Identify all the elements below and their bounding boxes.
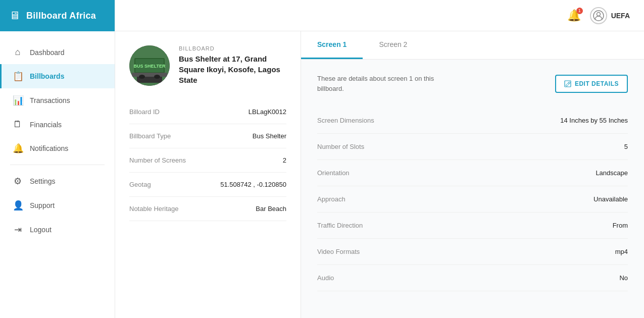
logout-icon: ⇥: [13, 224, 23, 235]
billboards-icon: 📋: [13, 71, 23, 82]
app-title: Billboard Africa: [26, 11, 96, 21]
sidebar-item-support[interactable]: 👤 Support: [0, 193, 115, 218]
screen-tabs: Screen 1 Screen 2: [301, 31, 644, 60]
screen-detail-orientation: Orientation Landscape: [317, 160, 628, 186]
sidebar-item-label: Support: [30, 201, 55, 209]
sidebar-header: 🖥 Billboard Africa: [0, 0, 115, 31]
sidebar-item-label: Transactions: [30, 96, 70, 104]
billboard-detail-heritage: Notable Heritage Bar Beach: [129, 197, 286, 221]
screen-value-traffic: From: [613, 222, 628, 229]
sidebar-item-notifications[interactable]: 🔔 Notifications: [0, 136, 115, 161]
screen-value-dimensions: 14 Inches by 55 Inches: [560, 117, 628, 124]
sidebar-bottom: ⚙ Settings 👤 Support ⇥ Logout: [0, 169, 115, 248]
billboard-header: BUS SHELTER BILLBOARD Bus Shelter at 17,…: [129, 45, 286, 86]
svg-point-1: [597, 12, 600, 16]
screen-details-content: These are details about screen 1 on this…: [301, 60, 644, 305]
screen-label-audio: Audio: [317, 274, 334, 282]
tab-screen1[interactable]: Screen 1: [301, 31, 363, 59]
sidebar-item-logout[interactable]: ⇥ Logout: [0, 218, 115, 242]
notification-bell[interactable]: 🔔 1: [567, 9, 581, 22]
sidebar-item-label: Notifications: [30, 144, 68, 152]
svg-point-8: [154, 75, 160, 79]
detail-label-geotag: Geotag: [129, 181, 151, 188]
screen-value-audio: No: [619, 274, 628, 282]
sidebar-item-settings[interactable]: ⚙ Settings: [0, 169, 115, 193]
main-content: 🔔 1 UEFA: [115, 0, 644, 318]
screen-label-dimensions: Screen Dimensions: [317, 117, 374, 124]
screen-value-video: mp4: [615, 248, 628, 255]
billboard-photo: BUS SHELTER: [129, 45, 170, 86]
screen-label-video: Video Formats: [317, 248, 360, 255]
billboard-image: BUS SHELTER: [129, 45, 170, 86]
screen-value-orientation: Landscape: [596, 169, 628, 177]
detail-value-geotag: 51.508742 , -0.120850: [220, 181, 286, 188]
sidebar-item-label: Billboards: [30, 72, 64, 80]
detail-label-type: Billboard Type: [129, 132, 171, 140]
edit-details-button[interactable]: EDIT DETAILS: [555, 75, 628, 93]
billboard-detail-geotag: Geotag 51.508742 , -0.120850: [129, 173, 286, 197]
detail-value-screens: 2: [283, 156, 286, 164]
screen-value-approach: Unavailable: [593, 195, 628, 203]
billboard-panel: BUS SHELTER BILLBOARD Bus Shelter at 17,…: [115, 31, 301, 318]
billboard-detail-id: Billoard ID LBLagK0012: [129, 100, 286, 124]
financials-icon: 🗒: [13, 119, 23, 130]
detail-label-heritage: Notable Heritage: [129, 205, 179, 213]
sidebar-item-financials[interactable]: 🗒 Financials: [0, 113, 115, 136]
detail-label-screens: Number of Screens: [129, 156, 186, 164]
sidebar: 🖥 Billboard Africa ⌂ Dashboard 📋 Billboa…: [0, 0, 115, 318]
sidebar-item-transactions[interactable]: 📊 Transactions: [0, 88, 115, 113]
home-icon: ⌂: [13, 47, 23, 58]
screen-value-slots: 5: [624, 143, 628, 150]
tab-screen1-label: Screen 1: [317, 40, 346, 48]
screen-label-slots: Number of Slots: [317, 143, 364, 150]
screen-label-approach: Approach: [317, 195, 345, 203]
screen-detail-traffic: Traffic Direction From: [317, 213, 628, 239]
sidebar-item-label: Dashboard: [30, 48, 65, 57]
content-area: BUS SHELTER BILLBOARD Bus Shelter at 17,…: [115, 31, 644, 318]
screen-label-traffic: Traffic Direction: [317, 222, 363, 229]
sidebar-item-label: Settings: [30, 177, 56, 185]
sidebar-item-label: Logout: [30, 226, 52, 234]
billboard-name: Bus Shelter at 17, Grand Square Ikoyi, K…: [179, 54, 286, 85]
edit-details-label: EDIT DETAILS: [575, 80, 619, 87]
billboard-info: BILLBOARD Bus Shelter at 17, Grand Squar…: [179, 45, 286, 85]
sidebar-item-billboards[interactable]: 📋 Billboards: [0, 64, 115, 88]
billboard-tag: BILLBOARD: [179, 45, 286, 51]
tab-screen2-label: Screen 2: [379, 40, 407, 48]
sidebar-item-label: Financials: [30, 121, 62, 129]
support-icon: 👤: [13, 200, 23, 211]
screen-label-orientation: Orientation: [317, 169, 350, 177]
svg-point-7: [139, 75, 145, 79]
settings-icon: ⚙: [13, 176, 23, 187]
sidebar-item-dashboard[interactable]: ⌂ Dashboard: [0, 40, 115, 64]
username: UEFA: [611, 12, 630, 20]
topbar: 🔔 1 UEFA: [115, 0, 644, 31]
screen-panel: Screen 1 Screen 2 These are details abou…: [301, 31, 644, 318]
billboard-detail-type: Billboard Type Bus Shelter: [129, 124, 286, 148]
screen-description: These are details about screen 1 on this…: [317, 74, 459, 93]
detail-value-type: Bus Shelter: [253, 132, 286, 140]
user-menu[interactable]: UEFA: [590, 7, 630, 24]
svg-rect-10: [565, 81, 571, 87]
screen-detail-dimensions: Screen Dimensions 14 Inches by 55 Inches: [317, 108, 628, 134]
screen-detail-audio: Audio No: [317, 265, 628, 291]
svg-text:BUS SHELTER: BUS SHELTER: [134, 64, 166, 69]
edit-icon: [564, 80, 571, 87]
tab-screen2[interactable]: Screen 2: [363, 31, 423, 59]
screen-detail-video: Video Formats mp4: [317, 239, 628, 265]
screen-content-header: These are details about screen 1 on this…: [317, 74, 628, 93]
detail-value-id: LBLagK0012: [249, 108, 286, 116]
transactions-icon: 📊: [13, 95, 23, 106]
avatar: [590, 7, 607, 24]
sidebar-divider: [10, 165, 105, 165]
svg-rect-5: [132, 73, 167, 77]
screen-detail-approach: Approach Unavailable: [317, 186, 628, 213]
notifications-icon: 🔔: [13, 143, 23, 154]
screen-detail-slots: Number of Slots 5: [317, 134, 628, 160]
detail-value-heritage: Bar Beach: [256, 205, 286, 213]
billboard-detail-screens: Number of Screens 2: [129, 148, 286, 173]
sidebar-nav: ⌂ Dashboard 📋 Billboards 📊 Transactions …: [0, 31, 115, 318]
logo-icon: 🖥: [9, 9, 20, 22]
notification-badge: 1: [576, 8, 583, 14]
detail-label-id: Billoard ID: [129, 108, 160, 116]
